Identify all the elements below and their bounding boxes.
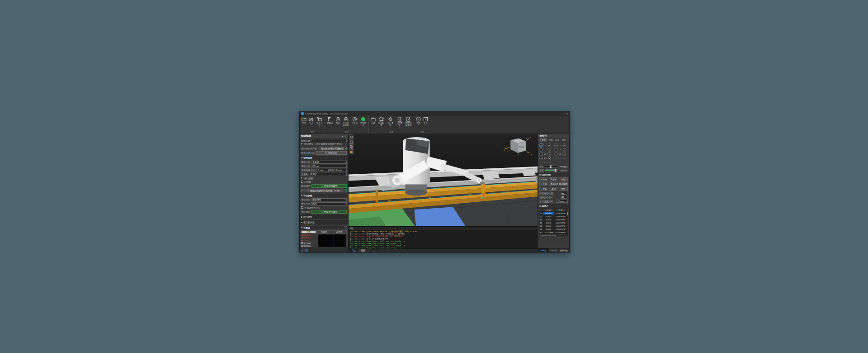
travel-angle-input[interactable]: (0,90)°: [309, 173, 347, 176]
ribbon-item-tools[interactable]: 工具▾: [370, 116, 377, 126]
ribbon-item-process-params[interactable]: 工艺参数▾: [395, 116, 404, 129]
ribbon-item-vision-status[interactable]: 视觉状态▾: [359, 116, 368, 129]
profile-fit-checkbox[interactable]: [301, 245, 303, 247]
tabs-scroll-left-icon[interactable]: ‹: [539, 139, 540, 142]
seam-name-input[interactable]: [311, 139, 347, 142]
breakpoint-locate-button[interactable]: ▶断点定位: [549, 182, 558, 186]
resume-weld-button[interactable]: 断点续焊: [559, 182, 568, 186]
jog-plus-button[interactable]: +: [547, 152, 551, 156]
coord-tab-joint[interactable]: 关节: [540, 138, 547, 142]
title-bar[interactable]: C CypWeld(Demo Mode) [7.0.110.6] null2.k…: [300, 111, 569, 116]
coord-tab-tool[interactable]: 工具: [554, 138, 561, 142]
speed-slider[interactable]: [545, 169, 559, 171]
maximize-button[interactable]: □: [566, 112, 568, 115]
run-speed-select[interactable]: 20mm▾: [556, 200, 568, 203]
coord-tab-base[interactable]: 基座: [561, 138, 567, 142]
jog-plus-button[interactable]: +: [562, 143, 566, 147]
view-layers-button[interactable]: [349, 144, 354, 149]
viewport-3d[interactable]: BACK X Y Z: [349, 134, 538, 226]
log-tab[interactable]: 日志: [349, 249, 358, 252]
ribbon-item-locator[interactable]: 寻位器▾: [351, 116, 359, 126]
jog-minus-button[interactable]: −: [554, 152, 558, 156]
jog-minus-button[interactable]: −: [554, 148, 558, 152]
torch-pose-select[interactable]: 平角焊▾: [311, 161, 347, 164]
reset-button[interactable]: 复位: [559, 187, 568, 191]
feed-button[interactable]: 进给: [549, 187, 558, 191]
ribbon-item-import-part[interactable]: 导入工件▾: [315, 116, 324, 129]
jog-settings-link[interactable]: 点动设置: [560, 169, 568, 172]
splitter-handle[interactable]: [536, 176, 538, 183]
confirm-check-icon[interactable]: ✓: [344, 134, 347, 138]
ribbon-item-seam-edit-params[interactable]: 焊缝编辑参数▾: [404, 116, 413, 129]
collision-check-toggle[interactable]: [561, 192, 568, 195]
step-run-button[interactable]: »步进: [539, 182, 548, 186]
close-icon[interactable]: ×: [341, 135, 343, 138]
table-hscrollbar[interactable]: [539, 235, 568, 236]
jog-plus-button[interactable]: +: [562, 152, 566, 156]
flag-icon: [327, 117, 332, 122]
view-robot-button[interactable]: [349, 134, 354, 139]
tab-io-monitor[interactable]: IO监控: [549, 248, 559, 252]
ribbon-item-about[interactable]: i 关于▾: [422, 116, 429, 126]
auto-generate-button[interactable]: 自动生成寻位焊缝特征: [318, 147, 347, 150]
sensor-tab-raw[interactable]: 原图: [301, 230, 316, 234]
collapsed-section-positioner[interactable]: 变位机参数: [300, 220, 348, 224]
update-locate-spec-button[interactable]: 更新寻位规范: [311, 210, 347, 214]
offset-start-input[interactable]: 0 mm: [316, 169, 329, 172]
seam-length-input[interactable]: 25 mm: [311, 165, 347, 168]
sensor-tab-profile[interactable]: 轮廓图: [316, 230, 331, 234]
jog-plus-button[interactable]: +: [547, 157, 551, 160]
start-button[interactable]: ▶开始: [539, 177, 548, 181]
expand-icon[interactable]: [344, 226, 347, 229]
ribbon-item-open[interactable]: 打开▾: [308, 116, 315, 126]
show-laser-checkbox[interactable]: [301, 242, 303, 244]
jog-minus-button[interactable]: −: [539, 152, 543, 156]
jog-plus-button[interactable]: +: [562, 148, 566, 152]
sensor-tab-3d[interactable]: 3D视图: [332, 230, 347, 234]
pre-locate-checkbox[interactable]: [301, 143, 303, 145]
sensor-image-canvas[interactable]: [317, 234, 347, 248]
ribbon-item-measure-point[interactable]: 测量点▾: [326, 116, 334, 126]
coord-tab-world[interactable]: 世界: [547, 138, 554, 142]
locate-mode-select[interactable]: 激光寻位▾: [311, 198, 347, 201]
start-weld-checkbox[interactable]: [301, 181, 303, 183]
log-lines[interactable]: [18:46:42.869][CMD]SetWeldParam: 焊接参数已更新…: [349, 230, 538, 248]
manual-adjust-checkbox[interactable]: [301, 177, 303, 179]
offset-end-input[interactable]: 0 mm: [335, 169, 347, 172]
jog-minus-button[interactable]: −: [539, 157, 543, 160]
simulate-mode-toggle[interactable]: [561, 196, 568, 199]
table-scrollbar[interactable]: [567, 209, 568, 234]
tabs-scroll-right-icon[interactable]: ›: [567, 139, 568, 142]
minimize-button[interactable]: –: [563, 112, 565, 115]
ribbon-item-locator-init[interactable]: 寻位器初始化▾: [342, 116, 350, 129]
ribbon-item-camera[interactable]: 相机▾: [335, 116, 341, 126]
ribbon-item-run-params[interactable]: 运行参数▾: [386, 116, 395, 129]
sync-spec-all-button[interactable]: 将规范同步到所有焊缝（N 条）: [301, 189, 347, 192]
stop-button[interactable]: ■停止: [559, 177, 568, 181]
change-direction-button[interactable]: 更改方向: [316, 151, 347, 155]
viewport-3d-scene[interactable]: BACK X Y Z: [349, 134, 538, 226]
ribbon-item-file[interactable]: 文件▾: [301, 116, 307, 126]
view-home-button[interactable]: [349, 139, 354, 144]
manual-locate-checkbox[interactable]: [301, 206, 303, 209]
ribbon-item-help[interactable]: ? 帮助▾: [415, 116, 422, 126]
point-cloud-tab[interactable]: 点云图: [300, 248, 348, 252]
pause-button[interactable]: 暂停: [549, 177, 558, 181]
jog-plus-button[interactable]: +: [547, 148, 551, 152]
view-material-button[interactable]: [349, 149, 354, 154]
alarm-tab[interactable]: 报警: [359, 249, 367, 252]
dry-run-button[interactable]: ●空走: [539, 187, 548, 191]
play-icon: ▶: [541, 178, 542, 181]
step-slider[interactable]: [545, 166, 557, 167]
locate-method-select[interactable]: 两点▾: [311, 202, 347, 205]
update-weld-spec-button[interactable]: 更新焊接规范: [311, 184, 347, 188]
ribbon-item-plc-config[interactable]: PLC配置▾: [377, 116, 386, 129]
home-all-link[interactable]: 一键回原点: [558, 166, 568, 168]
tab-axis-status[interactable]: 轴状态: [538, 248, 548, 252]
tab-alarm-info[interactable]: 报警信息: [559, 248, 569, 252]
jog-plus-button[interactable]: +: [547, 143, 551, 147]
jog-minus-button[interactable]: −: [539, 143, 543, 147]
jog-minus-button[interactable]: −: [554, 143, 558, 147]
jog-minus-button[interactable]: −: [539, 148, 543, 152]
collapsed-section-tracking[interactable]: 跟踪参数: [300, 215, 348, 219]
